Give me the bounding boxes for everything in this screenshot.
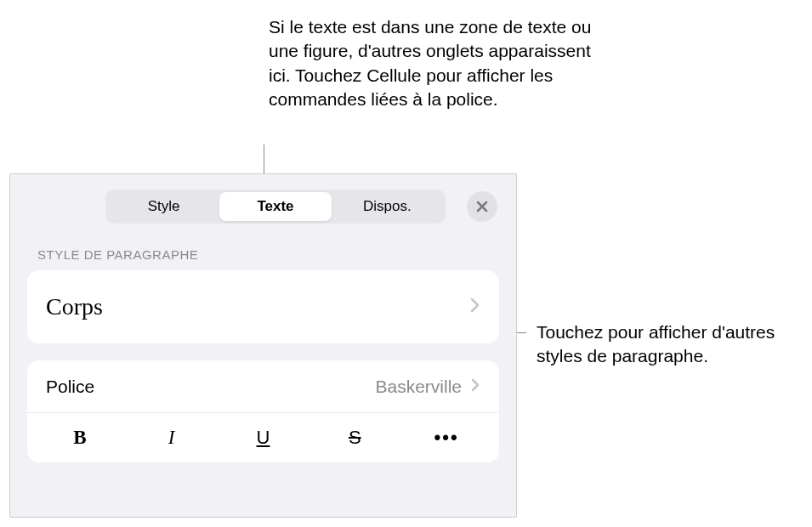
panel-header: Style Texte Dispos. <box>10 174 516 235</box>
bold-button[interactable]: B <box>34 413 126 462</box>
segmented-control: Style Texte Dispos. <box>105 190 446 224</box>
callout-tabs-explanation: Si le texte est dans une zone de texte o… <box>269 15 592 111</box>
font-label: Police <box>46 377 94 397</box>
font-value: Baskerville <box>375 377 462 397</box>
paragraph-style-row[interactable]: Corps <box>27 270 499 343</box>
callout-paragraph-styles: Touchez pour afficher d'autres styles de… <box>537 320 800 369</box>
tab-style[interactable]: Style <box>108 192 219 221</box>
font-card: Police Baskerville B I U S ••• <box>27 360 499 462</box>
paragraph-style-card: Corps <box>27 270 499 343</box>
tab-texte[interactable]: Texte <box>219 192 331 221</box>
close-icon <box>475 200 489 213</box>
paragraph-style-section-label: STYLE DE PARAGRAPHE <box>10 235 516 270</box>
strikethrough-button[interactable]: S <box>309 413 400 462</box>
paragraph-style-current: Corps <box>46 293 103 320</box>
font-row[interactable]: Police Baskerville <box>27 360 499 413</box>
format-panel: Style Texte Dispos. STYLE DE PARAGRAPHE … <box>9 173 517 518</box>
italic-button[interactable]: I <box>126 413 218 462</box>
more-icon: ••• <box>434 427 459 449</box>
chevron-right-icon <box>468 297 480 317</box>
underline-button[interactable]: U <box>218 413 309 462</box>
tab-dispos[interactable]: Dispos. <box>332 192 443 221</box>
more-options-button[interactable]: ••• <box>400 413 492 462</box>
text-style-row: B I U S ••• <box>27 413 499 462</box>
close-button[interactable] <box>467 191 497 222</box>
chevron-right-icon <box>470 377 480 396</box>
